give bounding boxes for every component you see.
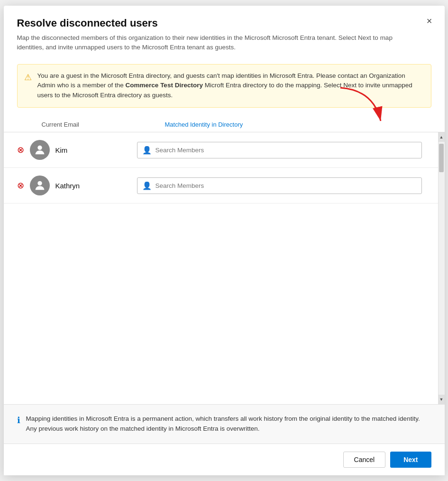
dialog-header: Resolve disconnected users Map the disco… xyxy=(4,6,445,58)
table-row: ⊗ Kathryn 👤 xyxy=(4,168,445,204)
search-input-kim[interactable] xyxy=(155,147,417,154)
warning-box: ⚠ You are a guest in the Microsoft Entra… xyxy=(17,64,431,108)
svg-point-2 xyxy=(37,181,42,185)
search-input-kathryn[interactable] xyxy=(155,182,417,189)
warning-bold-text: Commerce Test Directory xyxy=(126,82,203,89)
resolve-disconnected-dialog: Resolve disconnected users Map the disco… xyxy=(4,6,445,475)
remove-user-button-kathryn[interactable]: ⊗ xyxy=(17,180,24,191)
scroll-up-button[interactable]: ▲ xyxy=(438,132,445,142)
user-table: Current Email Matched Identity in Direct… xyxy=(4,117,445,404)
search-members-kathryn[interactable]: 👤 xyxy=(137,177,422,194)
person-icon xyxy=(33,143,46,157)
user-name-kim: Kim xyxy=(55,146,131,154)
person-icon xyxy=(33,179,46,192)
scrollbar[interactable]: ▲ ▼ xyxy=(438,132,445,404)
dialog-title: Resolve disconnected users xyxy=(17,17,431,29)
col-email-header: Current Email xyxy=(42,121,137,128)
info-section: ℹ Mapping identities in Microsoft Entra … xyxy=(4,404,445,444)
avatar-kathryn xyxy=(30,176,50,195)
cancel-button[interactable]: Cancel xyxy=(343,452,386,468)
info-text: Mapping identities in Microsoft Entra is… xyxy=(26,414,431,434)
table-row: ⊗ Kim 👤 xyxy=(4,132,445,168)
warning-icon: ⚠ xyxy=(24,72,32,83)
dialog-footer: Cancel Next xyxy=(4,444,445,475)
dialog-subtitle: Map the disconnected members of this org… xyxy=(17,33,406,53)
scroll-thumb xyxy=(439,144,444,172)
scroll-down-button[interactable]: ▼ xyxy=(438,395,445,404)
user-name-kathryn: Kathryn xyxy=(55,182,131,190)
svg-point-1 xyxy=(37,146,42,150)
search-person-icon-kim: 👤 xyxy=(142,146,152,155)
warning-text: You are a guest in the Microsoft Entra d… xyxy=(37,71,422,101)
search-person-icon-kathryn: 👤 xyxy=(142,181,152,190)
table-header: Current Email Matched Identity in Direct… xyxy=(4,117,445,132)
remove-user-button-kim[interactable]: ⊗ xyxy=(17,145,24,155)
search-members-kim[interactable]: 👤 xyxy=(137,142,422,158)
avatar-kim xyxy=(30,140,50,160)
info-icon: ℹ xyxy=(17,415,20,426)
next-button[interactable]: Next xyxy=(390,452,431,468)
col-identity-header: Matched Identity in Directory xyxy=(165,121,431,128)
close-button[interactable]: × xyxy=(424,14,435,28)
